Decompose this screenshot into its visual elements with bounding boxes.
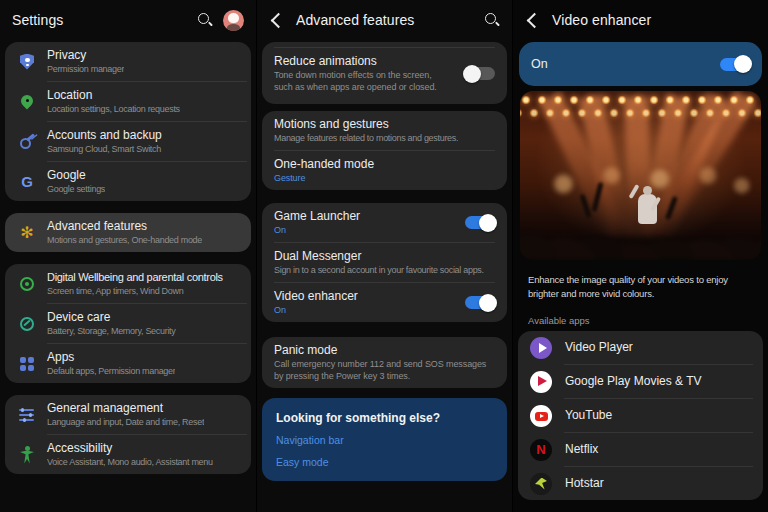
advanced-features-gear-icon: ✻ (17, 223, 37, 243)
search-icon[interactable] (197, 12, 213, 28)
setting-title: Game Launcher (274, 209, 360, 224)
easy-mode-link[interactable]: Easy mode (276, 456, 493, 469)
item-title: Device care (47, 310, 176, 325)
sidebar-item-general-management[interactable]: General management Language and input, D… (5, 395, 251, 434)
search-icon[interactable] (484, 12, 500, 28)
setting-title: Dual Messenger (274, 249, 484, 264)
master-switch-label: On (531, 57, 548, 72)
feature-description: Enhance the image quality of your videos… (528, 273, 753, 301)
item-title: General management (47, 401, 204, 416)
item-subtitle: Language and input, Date and time, Reset (47, 416, 204, 428)
settings-composite: Settings Privacy Permission manager Loca… (0, 0, 768, 512)
setting-row-dual-messenger[interactable]: Dual Messenger Sign in to a second accou… (262, 243, 507, 282)
master-toggle[interactable] (720, 58, 750, 71)
app-label: YouTube (565, 408, 612, 423)
sidebar-item-accessibility[interactable]: Accessibility Voice Assistant, Mono audi… (5, 435, 251, 474)
back-arrow-icon[interactable] (527, 12, 543, 28)
video-enhancer-toggle[interactable] (465, 296, 495, 309)
navigation-bar-link[interactable]: Navigation bar (276, 434, 493, 447)
setting-title: Motions and gestures (274, 117, 458, 132)
video-enhancer-panel: Video enhancer On Enhance the image qual… (512, 0, 768, 512)
digital-wellbeing-icon (17, 274, 37, 294)
looking-for-card: Looking for something else? Navigation b… (262, 398, 507, 481)
app-row-hotstar[interactable]: Hotstar (518, 467, 763, 500)
item-subtitle: Screen time, App timers, Wind Down (47, 285, 223, 297)
sidebar-item-privacy[interactable]: Privacy Permission manager (5, 42, 251, 81)
advanced-card-2: Motions and gestures Manage features rel… (262, 111, 507, 190)
advanced-card-4: Panic mode Call emergency number 112 and… (262, 337, 507, 388)
available-apps-card: Video Player Google Play Movies & TV You… (518, 331, 763, 500)
app-row-video-player[interactable]: Video Player (518, 331, 763, 364)
app-row-youtube[interactable]: YouTube (518, 399, 763, 432)
setting-title: One-handed mode (274, 157, 374, 172)
available-apps-label: Available apps (528, 315, 753, 326)
item-subtitle: Default apps, Permission manager (47, 365, 175, 377)
settings-card-2: Digital Wellbeing and parental controls … (5, 264, 251, 383)
settings-card-3: General management Language and input, D… (5, 395, 251, 474)
app-label: Netflix (565, 442, 598, 457)
setting-row-panic-mode[interactable]: Panic mode Call emergency number 112 and… (262, 337, 507, 388)
sliders-icon (17, 405, 37, 425)
page-title: Advanced features (296, 12, 414, 28)
setting-row-reduce-animations[interactable]: Reduce animations Tone down motion effec… (262, 48, 507, 99)
page-title: Settings (12, 12, 63, 28)
reduce-animations-toggle[interactable] (465, 67, 495, 80)
privacy-shield-icon (17, 52, 37, 72)
avatar[interactable] (223, 10, 244, 31)
app-row-google-play-movies[interactable]: Google Play Movies & TV (518, 365, 763, 398)
advanced-card-3: Game Launcher On Dual Messenger Sign in … (262, 203, 507, 322)
setting-subtitle: Sign in to a second account in your favo… (274, 264, 484, 276)
setting-title: Panic mode (274, 343, 495, 358)
netflix-icon: N (530, 439, 552, 461)
app-label: Google Play Movies & TV (565, 374, 702, 389)
video-player-icon (530, 337, 552, 359)
setting-row-one-handed-mode[interactable]: One-handed mode Gesture (262, 151, 507, 190)
sidebar-item-advanced-features[interactable]: ✻ Advanced features Motions and gestures… (5, 213, 251, 252)
sidebar-item-device-care[interactable]: Device care Battery, Storage, Memory, Se… (5, 304, 251, 343)
sidebar-item-google[interactable]: G Google Google settings (5, 162, 251, 201)
advanced-header: Advanced features (257, 0, 512, 40)
key-icon (17, 132, 37, 152)
advanced-card-1: Reduce animations Tone down motion effec… (262, 42, 507, 104)
settings-card-selected: ✻ Advanced features Motions and gestures… (5, 213, 251, 252)
item-title: Privacy (47, 48, 124, 63)
sidebar-item-location[interactable]: Location Location settings, Location req… (5, 82, 251, 121)
advanced-features-panel: Advanced features Reduce animations Tone… (256, 0, 512, 512)
item-subtitle: Motions and gestures, One-handed mode (47, 234, 202, 246)
item-title: Apps (47, 350, 175, 365)
setting-row-motions-gestures[interactable]: Motions and gestures Manage features rel… (262, 111, 507, 150)
google-play-movies-icon (530, 371, 552, 393)
master-switch-card[interactable]: On (519, 42, 762, 86)
setting-value: On (274, 304, 358, 316)
item-title: Google (47, 168, 105, 183)
page-title: Video enhancer (552, 12, 651, 28)
sidebar-item-accounts-backup[interactable]: Accounts and backup Samsung Cloud, Smart… (5, 122, 251, 161)
item-subtitle: Google settings (47, 183, 105, 195)
settings-panel: Settings Privacy Permission manager Loca… (0, 0, 256, 512)
item-subtitle: Battery, Storage, Memory, Security (47, 325, 176, 337)
game-launcher-toggle[interactable] (465, 216, 495, 229)
location-pin-icon (17, 92, 37, 112)
item-subtitle: Permission manager (47, 63, 124, 75)
sidebar-item-apps[interactable]: Apps Default apps, Permission manager (5, 344, 251, 383)
settings-header: Settings (0, 0, 256, 40)
setting-title: Video enhancer (274, 289, 358, 304)
item-title: Accounts and backup (47, 128, 162, 143)
setting-row-game-launcher[interactable]: Game Launcher On (262, 203, 507, 242)
item-title: Location (47, 88, 180, 103)
settings-card-1: Privacy Permission manager Location Loca… (5, 42, 251, 201)
looking-for-title: Looking for something else? (276, 411, 493, 425)
app-row-netflix[interactable]: N Netflix (518, 433, 763, 466)
setting-subtitle: Manage features related to motions and g… (274, 132, 458, 144)
item-subtitle: Location settings, Location requests (47, 103, 180, 115)
setting-subtitle: Call emergency number 112 and send SOS m… (274, 358, 495, 382)
setting-subtitle: Tone down motion effects on the screen, … (274, 69, 449, 93)
concert-preview-image (520, 91, 761, 260)
setting-row-video-enhancer[interactable]: Video enhancer On (262, 283, 507, 322)
hotstar-icon (530, 473, 552, 495)
sidebar-item-digital-wellbeing[interactable]: Digital Wellbeing and parental controls … (5, 264, 251, 303)
device-care-icon (17, 314, 37, 334)
accessibility-person-icon (17, 445, 37, 465)
back-arrow-icon[interactable] (271, 12, 287, 28)
video-header: Video enhancer (513, 0, 768, 40)
